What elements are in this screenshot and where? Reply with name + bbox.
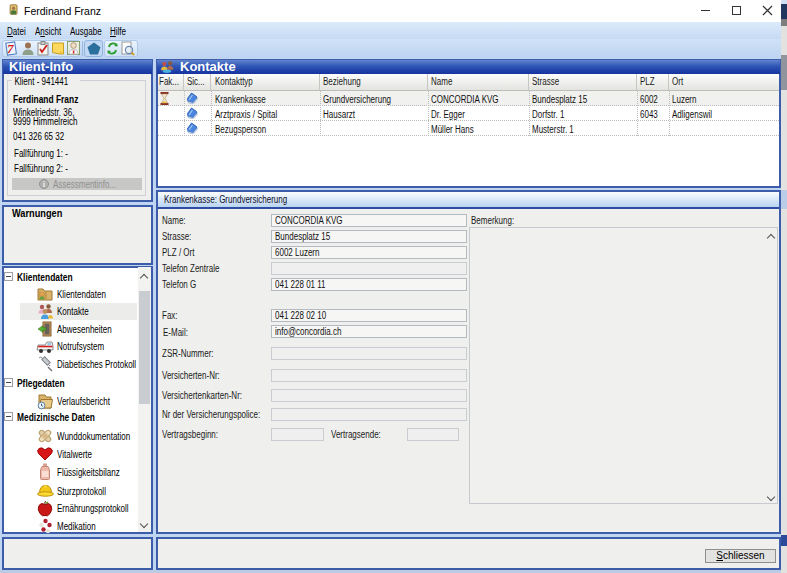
- svg-text:7: 7: [7, 41, 14, 56]
